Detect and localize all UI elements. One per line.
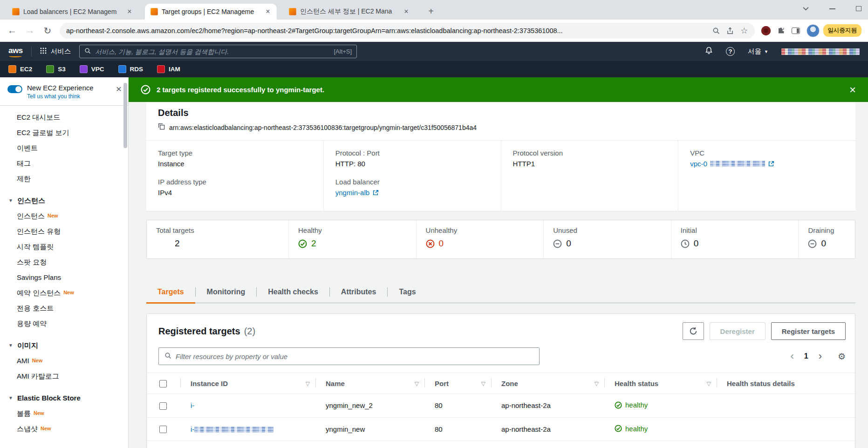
tab-search-chevron-icon[interactable] [803, 7, 809, 11]
experience-title: New EC2 Experience [27, 84, 111, 92]
tab-monitoring[interactable]: Monitoring [196, 288, 257, 303]
back-button[interactable]: ← [7, 25, 18, 36]
row-checkbox[interactable] [159, 426, 167, 433]
browser-tab-target-groups[interactable]: Target groups | EC2 Manageme × [145, 4, 277, 20]
bookmark-star-icon[interactable]: ☆ [740, 26, 748, 36]
sidebar-item-snapshots[interactable]: 스냅샷New [0, 421, 128, 436]
tab-tags[interactable]: Tags [388, 288, 427, 303]
refresh-button[interactable] [683, 322, 704, 340]
current-page[interactable]: 1 [804, 352, 808, 360]
details-heading: Details [146, 108, 855, 123]
sidebar-item-ec2-dashboard[interactable]: EC2 대시보드 [0, 109, 128, 125]
sidebar-item-ami[interactable]: AMINew [0, 353, 128, 368]
services-menu[interactable]: 서비스 [40, 47, 71, 56]
sort-filter-icon[interactable]: ▽ [306, 380, 310, 387]
registered-targets-heading: Registered targets(2) [158, 326, 255, 337]
profile-paused-badge[interactable]: 일시중지됨 [823, 24, 862, 37]
zoom-icon[interactable] [712, 27, 720, 34]
close-icon[interactable]: × [116, 84, 122, 94]
forward-button[interactable]: → [24, 25, 35, 36]
favorite-ec2[interactable]: EC2 [8, 65, 32, 73]
favorite-s3[interactable]: S3 [46, 65, 66, 73]
target-name: yngmin_new_2 [315, 394, 424, 418]
sidebar-item-ec2-global-view[interactable]: EC2 글로벌 보기 [0, 125, 128, 140]
banner-close-icon[interactable]: × [849, 84, 856, 95]
vpc-link[interactable]: vpc-0 [690, 160, 774, 168]
sort-filter-icon[interactable]: ▽ [481, 380, 485, 387]
profile-avatar[interactable] [806, 24, 820, 37]
sidebar-item-spot-requests[interactable]: 스팟 요청 [0, 254, 128, 270]
browser-tab-instance-details[interactable]: 인스턴스 세부 정보 | EC2 Mana × [283, 4, 415, 20]
prev-page-icon[interactable]: ‹ [790, 351, 793, 361]
window-maximize-button[interactable] [856, 6, 861, 11]
experience-feedback-link[interactable]: Tell us what you think [27, 93, 111, 100]
account-name-redacted[interactable] [781, 48, 860, 55]
reload-button[interactable]: ↻ [42, 25, 53, 36]
col-port: Port [435, 380, 449, 387]
register-targets-button[interactable]: Register targets [771, 322, 846, 340]
tab-close-icon[interactable]: × [264, 7, 272, 16]
load-balancer-label: Load balancer [335, 178, 490, 186]
sidebar-item-instance-types[interactable]: 인스턴스 유형 [0, 224, 128, 239]
sidebar-item-capacity-reservations[interactable]: 용량 예약 [0, 316, 128, 331]
copy-icon[interactable] [158, 123, 165, 132]
instance-id-link[interactable]: i- [191, 425, 273, 433]
aws-logo[interactable]: aws [8, 46, 23, 57]
sort-filter-icon[interactable]: ▽ [415, 380, 419, 387]
sidebar-item-launch-templates[interactable]: 시작 템플릿 [0, 239, 128, 254]
sidebar-scrollbar[interactable] [123, 83, 127, 148]
sort-filter-icon[interactable]: ▽ [595, 380, 599, 387]
url-bar[interactable]: ap-northeast-2.console.aws.amazon.com/ec… [60, 23, 755, 39]
target-row: i- yngmin_new 80 ap-northeast-2a healthy [147, 417, 855, 441]
experience-toggle[interactable] [7, 85, 22, 93]
sidebar-item-events[interactable]: 이벤트 [0, 140, 128, 156]
sidebar-item-dedicated-hosts[interactable]: 전용 호스트 [0, 300, 128, 316]
extensions-puzzle-icon[interactable] [777, 27, 785, 34]
favorite-rds[interactable]: RDS [118, 65, 144, 73]
console-search[interactable]: [Alt+S] [79, 45, 357, 58]
region-selector[interactable]: 서울 ▼ [748, 47, 768, 56]
new-tab-button[interactable]: + [424, 5, 437, 18]
help-icon[interactable]: ? [726, 47, 735, 56]
sidebar-section-ebs[interactable]: ▼Elastic Block Store [0, 390, 128, 406]
instance-id-link[interactable]: i- [191, 401, 194, 409]
filter-input-wrap[interactable] [158, 347, 540, 365]
filter-input[interactable] [176, 353, 533, 360]
sidebar-item-instances[interactable]: 인스턴스New [0, 208, 128, 224]
row-checkbox[interactable] [159, 402, 167, 410]
favorite-vpc[interactable]: VPC [80, 65, 104, 73]
tab-close-icon[interactable]: × [402, 7, 410, 16]
sidebar-item-reserved-instances[interactable]: 예약 인스턴스New [0, 285, 128, 300]
tab-attributes[interactable]: Attributes [330, 288, 388, 303]
sidebar-item-tags[interactable]: 태그 [0, 156, 128, 171]
tab-title: Target groups | EC2 Manageme [162, 8, 260, 15]
sidebar-section-instances[interactable]: ▼인스턴스 [0, 193, 128, 208]
side-panel-icon[interactable] [792, 27, 800, 34]
adblock-extension-icon[interactable] [761, 26, 771, 35]
sidebar-item-limits[interactable]: 제한 [0, 171, 128, 186]
sort-filter-icon[interactable]: ▽ [707, 380, 711, 387]
tab-close-icon[interactable]: × [125, 7, 134, 16]
select-all-checkbox[interactable] [159, 380, 167, 387]
favorite-iam[interactable]: IAM [157, 65, 180, 73]
window-minimize-button[interactable] [829, 8, 835, 9]
sidebar-item-savings-plans[interactable]: Savings Plans [0, 270, 128, 285]
deregister-button[interactable]: Deregister [710, 322, 765, 340]
notifications-bell-icon[interactable] [705, 47, 713, 56]
refresh-icon [689, 327, 697, 335]
tab-targets[interactable]: Targets [146, 288, 195, 304]
success-check-icon [141, 85, 150, 95]
sidebar-item-ami-catalog[interactable]: AMI 카탈로그 [0, 368, 128, 384]
load-balancer-link[interactable]: yngmin-alb [335, 189, 379, 197]
next-page-icon[interactable]: › [819, 351, 822, 361]
chevron-down-icon: ▼ [8, 394, 13, 402]
target-name: yngmin_new [315, 417, 424, 441]
sidebar-item-volumes[interactable]: 볼륨New [0, 406, 128, 421]
share-icon[interactable] [726, 27, 734, 34]
sidebar-section-images[interactable]: ▼이미지 [0, 338, 128, 353]
console-search-input[interactable] [95, 48, 329, 55]
settings-gear-icon[interactable]: ⚙ [838, 351, 846, 362]
browser-tab-load-balancers[interactable]: Load balancers | EC2 Managem × [7, 4, 138, 20]
chevron-down-icon: ▼ [764, 49, 768, 54]
tab-health-checks[interactable]: Health checks [257, 288, 329, 303]
